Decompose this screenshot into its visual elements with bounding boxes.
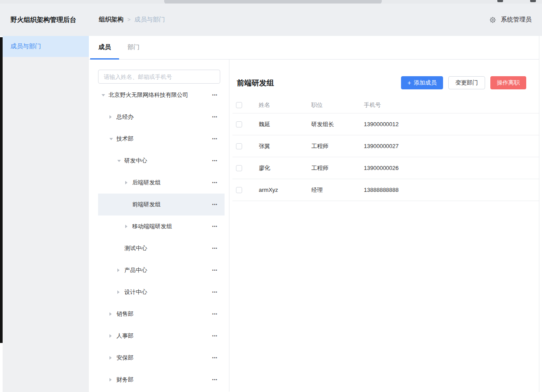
more-actions-icon[interactable]: ••• <box>212 137 218 141</box>
tree-node-label: 测试中心 <box>124 244 225 252</box>
member-panel-header: 前端研发组 + 添加成员 变更部门 操作离职 <box>229 76 539 89</box>
more-actions-icon[interactable]: ••• <box>212 159 218 163</box>
cell-title: 研发组长 <box>311 120 364 128</box>
table-body: 魏延研发组长13900000012张翼工程师13900000027廖化工程师13… <box>232 113 539 201</box>
caret-right-icon[interactable] <box>109 378 116 381</box>
caret-right-icon[interactable] <box>109 356 116 360</box>
caret-right-icon[interactable] <box>125 181 132 184</box>
tree-node[interactable]: 人事部••• <box>98 325 225 347</box>
add-member-label: 添加成员 <box>414 79 436 87</box>
tree-node-label: 财务部 <box>116 376 225 384</box>
breadcrumb-separator-icon: > <box>127 17 130 23</box>
table-row: 张翼工程师13900000027 <box>232 135 539 157</box>
cell-title: 经理 <box>311 186 364 194</box>
tree-node-label: 设计中心 <box>124 288 225 296</box>
more-actions-icon[interactable]: ••• <box>212 224 218 229</box>
sidebar-item-label: 成员与部门 <box>11 42 41 50</box>
more-actions-icon[interactable]: ••• <box>212 202 218 207</box>
more-actions-icon[interactable]: ••• <box>212 115 218 119</box>
tree-node[interactable]: 销售部••• <box>98 303 225 325</box>
gear-icon[interactable] <box>489 17 496 23</box>
tree-node[interactable]: 财务部••• <box>98 369 225 391</box>
sidebar-item-members-departments[interactable]: 成员与部门 <box>3 36 89 57</box>
dept-tree: 北京野火无限网络科技有限公司•••总经办•••技术部•••研发中心•••后端研发… <box>98 84 225 391</box>
tree-node[interactable]: 产品中心••• <box>98 259 225 281</box>
tree-node-label: 研发中心 <box>124 157 225 165</box>
row-checkbox[interactable] <box>236 143 242 149</box>
tab-members-label: 成员 <box>99 43 111 51</box>
caret-down-icon[interactable] <box>102 94 109 96</box>
row-checkbox[interactable] <box>236 187 242 193</box>
change-department-label: 变更部门 <box>455 79 478 87</box>
app-header: 野火组织架构管理后台 组织架构 > 成员与部门 <box>0 4 542 36</box>
current-user-name[interactable]: 系统管理员 <box>501 16 531 24</box>
caret-right-icon[interactable] <box>125 225 132 228</box>
main-area: 成员 部门 北京野火无限网络科技有限公司•••总经办•••技术部•••研发中心•… <box>89 36 539 392</box>
tree-node-label: 总经办 <box>116 113 225 121</box>
tree-node[interactable]: 北京野火无限网络科技有限公司••• <box>98 84 225 106</box>
row-checkbox[interactable] <box>236 121 242 127</box>
more-actions-icon[interactable]: ••• <box>212 180 218 185</box>
resign-button[interactable]: 操作离职 <box>490 76 526 89</box>
more-actions-icon[interactable]: ••• <box>212 93 218 97</box>
action-buttons: + 添加成员 变更部门 操作离职 <box>401 76 526 89</box>
cell-phone: 13900000027 <box>364 143 539 149</box>
member-table: 姓名 职位 手机号 魏延研发组长13900000012张翼工程师13900000… <box>232 97 539 201</box>
tree-node-label: 人事部 <box>116 332 225 340</box>
more-actions-icon[interactable]: ••• <box>212 246 218 251</box>
row-checkbox-cell <box>232 121 259 127</box>
tree-node[interactable]: 技术部••• <box>98 128 225 150</box>
select-all-checkbox[interactable] <box>236 102 242 108</box>
tree-node[interactable]: 总经办••• <box>98 106 225 128</box>
change-department-button[interactable]: 变更部门 <box>448 76 485 89</box>
search-input[interactable] <box>98 70 220 84</box>
tree-node[interactable]: 后端研发组••• <box>98 172 225 194</box>
more-actions-icon[interactable]: ••• <box>212 312 218 316</box>
row-checkbox-cell <box>232 165 259 171</box>
caret-right-icon[interactable] <box>109 115 116 119</box>
browser-toolbar-icon[interactable] <box>530 0 536 2</box>
tree-node[interactable]: 移动端端研发组••• <box>98 215 225 237</box>
tree-node-label: 前端研发组 <box>132 201 225 208</box>
caret-right-icon[interactable] <box>117 268 124 272</box>
tree-node-label: 移动端端研发组 <box>132 222 225 230</box>
breadcrumb-section[interactable]: 组织架构 <box>99 16 123 24</box>
more-actions-icon[interactable]: ••• <box>212 378 218 382</box>
caret-down-icon[interactable] <box>117 160 124 162</box>
tree-node-label: 安保部 <box>116 354 225 362</box>
tree-node[interactable]: 前端研发组••• <box>98 194 225 215</box>
tree-node-label: 北京野火无限网络科技有限公司 <box>109 91 225 99</box>
sidebar: 成员与部门 <box>3 36 89 392</box>
tab-departments-label: 部门 <box>127 43 140 51</box>
tree-node[interactable]: 安保部••• <box>98 347 225 369</box>
cell-name: 廖化 <box>259 164 311 172</box>
tree-node[interactable]: 测试中心••• <box>98 237 225 259</box>
cell-name: 张翼 <box>259 142 311 150</box>
browser-chrome-sliver <box>0 0 542 4</box>
tree-node-label: 产品中心 <box>124 266 225 274</box>
tab-departments[interactable]: 部门 <box>119 36 148 60</box>
breadcrumb-current: 成员与部门 <box>134 16 165 24</box>
caret-right-icon[interactable] <box>109 334 116 338</box>
table-row: 廖化工程师13900000026 <box>232 157 539 179</box>
more-actions-icon[interactable]: ••• <box>212 268 218 272</box>
browser-toolbar-icon[interactable] <box>497 0 503 2</box>
row-checkbox-cell <box>232 187 259 193</box>
table-header-row: 姓名 职位 手机号 <box>232 97 539 113</box>
add-member-button[interactable]: + 添加成员 <box>401 76 443 89</box>
more-actions-icon[interactable]: ••• <box>212 356 218 360</box>
column-header-title: 职位 <box>311 101 364 109</box>
caret-right-icon[interactable] <box>109 312 116 316</box>
caret-right-icon[interactable] <box>117 290 124 294</box>
cell-phone: 13900000012 <box>364 121 539 127</box>
more-actions-icon[interactable]: ••• <box>212 290 218 294</box>
tree-node[interactable]: 设计中心••• <box>98 281 225 303</box>
cell-name: 魏延 <box>259 120 311 128</box>
tab-members[interactable]: 成员 <box>90 36 119 60</box>
more-actions-icon[interactable]: ••• <box>212 334 218 338</box>
selected-dept-title: 前端研发组 <box>237 78 274 88</box>
caret-down-icon[interactable] <box>109 138 116 140</box>
row-checkbox[interactable] <box>236 165 242 171</box>
user-area[interactable]: 系统管理员 <box>489 16 531 24</box>
tree-node[interactable]: 研发中心••• <box>98 150 225 172</box>
